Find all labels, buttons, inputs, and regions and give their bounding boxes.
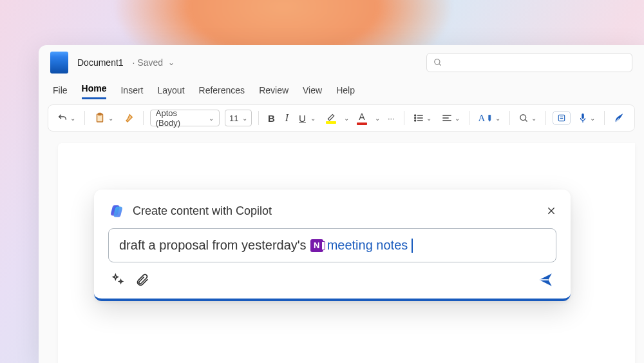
sparkle-icon (111, 273, 125, 287)
bullets-icon (413, 113, 424, 123)
align-icon (442, 113, 452, 123)
magnifier-icon (519, 113, 529, 123)
copilot-title: Create content with Copilot (133, 204, 538, 218)
svg-point-13 (520, 114, 526, 120)
svg-rect-18 (582, 113, 584, 119)
copilot-prompt-input[interactable]: draft a proposal from yesterday's N meet… (108, 228, 556, 262)
paste-button[interactable]: ⌄ (91, 110, 116, 126)
format-painter-button[interactable] (121, 110, 137, 126)
copilot-panel: Create content with Copilot draft a prop… (94, 190, 571, 301)
app-window: Document1 · Saved ⌄ File Home Insert Lay… (39, 45, 644, 363)
document-canvas[interactable]: Create content with Copilot draft a prop… (58, 143, 635, 363)
editor-pen-button[interactable] (611, 110, 628, 126)
highlighter-icon (327, 113, 336, 121)
send-icon (537, 271, 554, 288)
tab-home[interactable]: Home (82, 83, 107, 99)
title-chevron-icon[interactable]: ⌄ (168, 58, 175, 67)
mic-icon (578, 112, 587, 124)
italic-button[interactable]: I (283, 110, 291, 126)
close-button[interactable] (546, 206, 556, 216)
dictate-box[interactable] (553, 111, 571, 125)
styles-pen-icon (488, 114, 493, 122)
send-button[interactable] (537, 271, 554, 288)
tab-references[interactable]: References (199, 85, 245, 99)
undo-icon (57, 113, 68, 123)
clipboard-icon (94, 112, 106, 124)
svg-point-8 (414, 120, 415, 121)
title-bar: Document1 · Saved ⌄ (39, 45, 644, 80)
onenote-icon: N (310, 239, 323, 252)
font-size-select[interactable]: 11 ⌄ (225, 110, 252, 126)
tab-help[interactable]: Help (336, 85, 355, 99)
tab-file[interactable]: File (53, 85, 68, 99)
align-button[interactable]: ⌄ (439, 111, 462, 125)
svg-rect-3 (99, 113, 102, 115)
reference-link[interactable]: meeting notes (327, 238, 408, 253)
svg-line-14 (526, 119, 527, 121)
more-formatting-button[interactable]: ··· (385, 111, 397, 126)
inspire-button[interactable] (111, 273, 125, 287)
svg-line-1 (439, 64, 441, 66)
pen-feather-icon (614, 112, 625, 124)
close-icon (546, 206, 556, 216)
search-input[interactable] (426, 53, 632, 72)
search-icon (433, 58, 442, 67)
tab-view[interactable]: View (303, 85, 322, 99)
tab-review[interactable]: Review (259, 85, 289, 99)
svg-point-6 (414, 117, 415, 119)
underline-button[interactable]: U⌄ (296, 110, 318, 126)
paintbrush-icon (124, 113, 134, 123)
document-title[interactable]: Document1 (77, 57, 124, 68)
menu-bar: File Home Insert Layout References Revie… (39, 80, 644, 99)
find-button[interactable]: ⌄ (516, 111, 539, 126)
text-cursor (412, 239, 413, 253)
tab-insert[interactable]: Insert (120, 85, 143, 99)
font-size-value: 11 (229, 113, 238, 123)
paperclip-icon (135, 273, 149, 287)
prompt-text: draft a proposal from yesterday's (119, 238, 307, 253)
font-family-value: Aptos (Body) (156, 108, 196, 128)
save-status: · Saved (133, 57, 163, 68)
font-family-select[interactable]: Aptos (Body) ⌄ (150, 110, 220, 126)
svg-point-4 (414, 115, 415, 116)
font-color-letter: A (359, 112, 365, 122)
ribbon-toolbar: ⌄ ⌄ Aptos (Body) ⌄ 11 ⌄ B I U⌄ ⌄ (48, 104, 635, 132)
bold-button[interactable]: B (265, 110, 278, 126)
highlight-button[interactable] (323, 110, 339, 126)
font-color-button[interactable]: A (354, 109, 370, 128)
styles-button[interactable]: A ⌄ (476, 110, 504, 126)
word-app-icon (50, 52, 68, 74)
dictate-button[interactable]: ⌄ (576, 110, 598, 126)
svg-point-0 (435, 59, 440, 64)
transcribe-icon (557, 113, 566, 123)
undo-button[interactable]: ⌄ (55, 110, 78, 126)
attach-button[interactable] (135, 273, 149, 287)
copilot-icon (108, 202, 125, 219)
bullets-button[interactable]: ⌄ (411, 111, 434, 125)
tab-layout[interactable]: Layout (157, 85, 184, 99)
